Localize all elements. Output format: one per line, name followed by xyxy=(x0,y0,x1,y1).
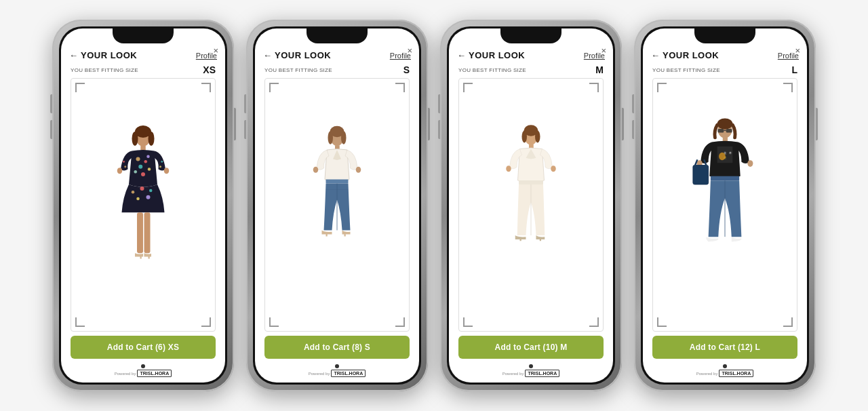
side-button-power xyxy=(234,108,236,140)
phone-notch xyxy=(500,28,561,43)
bottom-area: Powered by TRISL.HORA xyxy=(61,364,225,383)
svg-text:草: 草 xyxy=(729,151,732,155)
avatar-area xyxy=(458,78,604,332)
side-button-mute xyxy=(438,94,440,113)
bottom-area: Powered by TRISL.HORA xyxy=(643,364,807,383)
svg-rect-23 xyxy=(137,212,143,253)
add-to-cart-button[interactable]: Add to Cart (8) S xyxy=(264,336,410,359)
svg-point-22 xyxy=(164,168,170,174)
corner-bracket-br xyxy=(783,317,793,327)
top-bar: × xyxy=(255,46,419,49)
nav-row: ← YOUR LOOK Profile xyxy=(255,50,419,60)
phone-screen: × ← YOUR LOOK Profile YOU BEST FITTING S… xyxy=(449,28,613,383)
phone-screen: × ← YOUR LOOK Profile YOU BEST FITTING S… xyxy=(643,28,807,383)
side-button-mute xyxy=(50,94,52,113)
svg-point-3 xyxy=(149,132,155,146)
side-button-volume xyxy=(632,120,634,139)
size-value: M xyxy=(595,64,604,75)
close-button[interactable]: × xyxy=(213,46,218,55)
bottom-area: Powered by TRISL.HORA xyxy=(449,364,613,383)
phone-screen-area: × ← YOUR LOOK Profile YOU BEST FITTING S… xyxy=(641,26,809,385)
svg-point-29 xyxy=(328,131,334,144)
add-to-cart-button[interactable]: Add to Cart (6) XS xyxy=(71,336,216,359)
svg-rect-66 xyxy=(711,176,739,181)
brand-label: TRISL.HORA xyxy=(137,370,172,377)
powered-by-label: Powered by xyxy=(502,372,524,376)
phone-screen: × ← YOUR LOOK Profile YOU BEST FITTING S… xyxy=(61,28,225,383)
phone-notch xyxy=(307,28,368,43)
your-look-title: YOUR LOOK xyxy=(275,50,390,60)
back-arrow[interactable]: ← xyxy=(263,50,272,60)
back-arrow[interactable]: ← xyxy=(457,50,466,60)
size-value: L xyxy=(791,64,797,75)
svg-rect-63 xyxy=(693,165,709,184)
phone-notch xyxy=(113,28,174,43)
svg-point-13 xyxy=(140,187,144,191)
top-bar: × xyxy=(449,46,613,49)
svg-rect-52 xyxy=(726,129,732,133)
svg-point-8 xyxy=(148,168,151,171)
powered-by: Powered by TRISL.HORA xyxy=(502,370,559,377)
svg-point-33 xyxy=(356,167,361,173)
close-button[interactable]: × xyxy=(601,46,606,55)
close-button[interactable]: × xyxy=(795,46,800,55)
avatar-area xyxy=(264,78,410,332)
svg-rect-34 xyxy=(326,180,349,184)
back-arrow[interactable]: ← xyxy=(651,50,660,60)
svg-point-60 xyxy=(719,153,726,160)
svg-point-9 xyxy=(134,170,138,174)
side-button-volume xyxy=(244,120,246,139)
side-button-power xyxy=(622,108,624,140)
close-button[interactable]: × xyxy=(407,46,412,55)
svg-point-41 xyxy=(522,131,528,143)
side-button-volume xyxy=(50,120,52,139)
phone-xs: × ← YOUR LOOK Profile YOU BEST FITTING S… xyxy=(52,20,234,391)
phone-screen-area: × ← YOUR LOOK Profile YOU BEST FITTING S… xyxy=(253,26,421,385)
phone-screen-area: × ← YOUR LOOK Profile YOU BEST FITTING S… xyxy=(447,26,615,385)
dot-indicator xyxy=(529,364,533,368)
add-to-cart-button[interactable]: Add to Cart (10) M xyxy=(458,336,604,359)
add-to-cart-button[interactable]: Add to Cart (12) L xyxy=(652,336,797,359)
side-button-mute xyxy=(632,94,634,113)
svg-point-42 xyxy=(535,131,540,143)
corner-bracket-br xyxy=(395,317,405,327)
powered-by-label: Powered by xyxy=(115,372,136,376)
svg-point-17 xyxy=(123,161,125,163)
size-label: YOU BEST FITTING SIZE xyxy=(71,67,138,73)
top-bar: × xyxy=(643,46,807,49)
size-value: XS xyxy=(203,64,216,75)
size-row: YOU BEST FITTING SIZE L xyxy=(643,62,807,78)
powered-by-label: Powered by xyxy=(696,372,718,376)
powered-by-label: Powered by xyxy=(309,372,330,376)
corner-bracket-bl xyxy=(75,317,85,327)
svg-point-45 xyxy=(551,165,556,172)
phone-s: × ← YOUR LOOK Profile YOU BEST FITTING S… xyxy=(246,20,428,391)
svg-point-10 xyxy=(141,172,145,176)
dot-indicator xyxy=(335,364,339,368)
bottom-area: Powered by TRISL.HORA xyxy=(255,364,419,383)
corner-bracket-bl xyxy=(463,317,473,327)
phone-screen: × ← YOUR LOOK Profile YOU BEST FITTING S… xyxy=(255,28,419,383)
screen-content: × ← YOUR LOOK Profile YOU BEST FITTING S… xyxy=(449,28,613,383)
side-button-power xyxy=(816,108,818,140)
phone-shell: × ← YOUR LOOK Profile YOU BEST FITTING S… xyxy=(634,20,816,391)
svg-rect-48 xyxy=(520,238,521,241)
corner-bracket-tl xyxy=(269,83,279,92)
svg-point-32 xyxy=(313,167,319,173)
brand-label: TRISL.HORA xyxy=(525,370,559,377)
svg-rect-49 xyxy=(540,238,541,241)
phones-container: × ← YOUR LOOK Profile YOU BEST FITTING S… xyxy=(39,6,829,405)
size-value: S xyxy=(403,64,410,75)
svg-rect-46 xyxy=(519,180,543,184)
screen-content: × ← YOUR LOOK Profile YOU BEST FITTING S… xyxy=(61,28,225,383)
svg-point-12 xyxy=(132,191,135,194)
svg-rect-37 xyxy=(326,233,328,236)
svg-point-20 xyxy=(159,165,161,168)
corner-bracket-tr xyxy=(783,83,793,92)
svg-point-14 xyxy=(149,189,153,193)
back-arrow[interactable]: ← xyxy=(69,50,78,60)
nav-row: ← YOUR LOOK Profile xyxy=(643,50,807,60)
phone-notch xyxy=(694,28,755,43)
corner-bracket-tl xyxy=(657,83,667,92)
size-row: YOU BEST FITTING SIZE M xyxy=(449,62,613,78)
